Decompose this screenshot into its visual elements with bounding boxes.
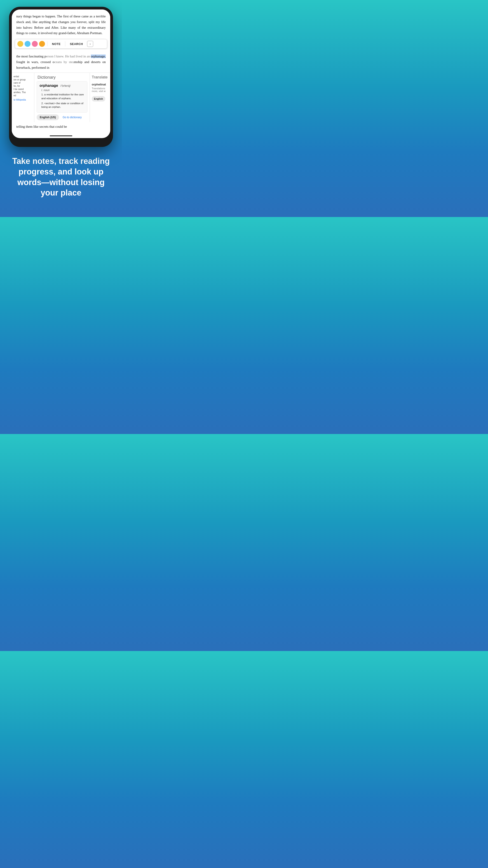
dictionary-footer: English (US) Go to dictionary — [34, 113, 90, 122]
book-text-after-highlight: fought in wars, crossed o — [16, 60, 54, 64]
translate-footer: English — [90, 94, 110, 103]
dictionary-content: orphanage /'ôrfenij/ I. noun 1. a reside… — [37, 81, 88, 113]
translate-word: orphelinat — [92, 83, 108, 86]
english-us-button[interactable]: English (US) — [37, 114, 59, 120]
dict-def-1: 1. a residential institution for the car… — [41, 93, 85, 100]
toolbar-divider-1 — [47, 41, 47, 46]
color-orange[interactable] — [39, 41, 45, 47]
translate-desc: Translations more, visit w — [92, 87, 108, 92]
wikipedia-panel: ential ion or group care of ho, for t be… — [12, 73, 34, 122]
note-button[interactable]: NOTE — [50, 41, 63, 46]
color-yellow[interactable] — [18, 41, 23, 47]
highlight-toolbar: NOTE SEARCH › — [15, 39, 107, 49]
color-blue[interactable] — [25, 41, 31, 47]
home-indicator — [50, 135, 72, 136]
highlighted-orphanage: orphanage, — [91, 55, 106, 58]
dict-definitions: 1. a residential institution for the car… — [39, 93, 85, 109]
wiki-text: ential ion or group care of ho, for t be… — [13, 75, 32, 97]
toolbar-divider-2 — [65, 41, 65, 46]
more-toolbar-button[interactable]: › — [87, 41, 93, 47]
wikipedia-link[interactable]: to Wikipedia — [13, 98, 32, 101]
search-button[interactable]: SEARCH — [68, 41, 85, 46]
phone-frame: nary things began to happen. The first o… — [9, 7, 113, 147]
dictionary-header: Dictionary — [34, 73, 90, 81]
dict-pronunciation: /'ôrfenij/ — [60, 84, 70, 88]
book-text-partial: ceans by stea — [54, 60, 74, 64]
tagline-text: Take notes, track reading progress, and … — [9, 156, 113, 198]
panels-row: ential ion or group care of ho, for t be… — [12, 72, 110, 122]
phone-screen: nary things began to happen. The first o… — [12, 9, 110, 138]
dict-word-line: orphanage /'ôrfenij/ — [39, 84, 85, 88]
translate-content: orphelinat Translations more, visit w — [90, 81, 110, 94]
dict-word: orphanage — [39, 84, 58, 88]
book-text-top: nary things began to happen. The first o… — [12, 9, 110, 38]
translate-panel: Translate orphelinat Translations more, … — [90, 73, 110, 122]
dictionary-panel: Dictionary orphanage /'ôrfenij/ I. noun … — [34, 73, 90, 122]
dict-def-2: 2. <archaic> the state or condition of b… — [41, 101, 85, 109]
book-text-obscured: erson I knew. He had lived in an — [46, 55, 91, 58]
color-pink[interactable] — [32, 41, 38, 47]
english-button[interactable]: English — [92, 96, 105, 101]
go-to-dictionary-button[interactable]: Go to dictionary — [61, 114, 84, 120]
dict-pos: I. noun — [41, 89, 85, 92]
translate-header: Translate — [90, 73, 110, 81]
book-text-middle: the most fascinating person I knew. He h… — [12, 50, 110, 72]
book-text-bottom: telling them like secrets that could be — [12, 122, 110, 133]
tagline-section: Take notes, track reading progress, and … — [0, 147, 122, 210]
book-text-mid-before: the most fascinating p — [16, 55, 46, 58]
